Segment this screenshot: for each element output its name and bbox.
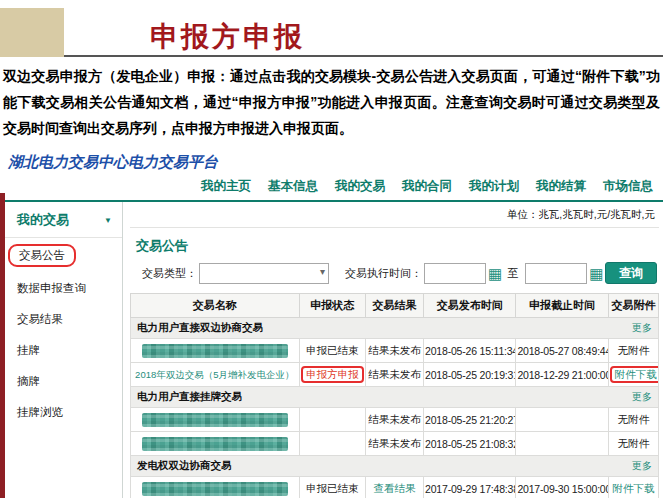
sidebar-item-delisting[interactable]: 摘牌 <box>5 366 122 397</box>
deadline-cell: 2017-09-30 15:00:00 <box>516 477 608 498</box>
exec-time-label: 交易执行时间： <box>345 266 422 281</box>
group-row: 电力用户直接双边协商交易 更多 <box>131 318 659 339</box>
table-row: 2018年双边交易（5月增补发电企业） 申报方申报 结果未发布 2018-05-… <box>131 363 659 387</box>
declare-action-link[interactable]: 申报方申报 <box>306 368 359 380</box>
slide-body-text: 双边交易申报方（发电企业）申报：通过点击我的交易模块-交易公告进入交易页面，可通… <box>3 63 660 141</box>
table-row: 结果未发布 2018-05-25 21:20:27 无附件 <box>131 408 659 432</box>
chevron-down-icon: ▼ <box>104 216 112 225</box>
table-header-row: 交易名称 申报状态 交易结果 交易发布时间 申报截止时间 交易附件 <box>131 294 659 318</box>
result-cell: 结果未发布 <box>365 408 423 432</box>
publish-time-cell: 2018-05-25 21:08:32 <box>424 432 516 456</box>
publish-time-cell: 2018-05-25 20:19:31 <box>424 363 516 387</box>
more-link[interactable]: 更多 <box>632 459 652 473</box>
attachment-cell: 无附件 <box>608 339 658 363</box>
sidebar-item-data-declaration-query[interactable]: 数据申报查询 <box>5 273 122 304</box>
table-row: 申报已结束 结果未发布 2018-05-26 15:11:34 2018-05-… <box>131 339 659 363</box>
nav-item-my-plans[interactable]: 我的计划 <box>469 178 519 195</box>
attachment-download-link[interactable]: 附件下载 <box>615 368 657 380</box>
search-button[interactable]: 查询 <box>605 262 657 284</box>
platform-screenshot: 湖北电力交易中心电力交易平台 我的主页 基本信息 我的交易 我的合同 我的计划 … <box>5 150 663 498</box>
annotation-red-box: 申报方申报 <box>301 366 364 383</box>
censored-trade-name <box>142 413 288 427</box>
table-row: 申报已结束 查看结果 2017-09-29 17:48:38 2017-09-3… <box>131 477 659 498</box>
publish-time-cell: 2018-05-26 15:11:34 <box>424 339 516 363</box>
col-header-deadline: 申报截止时间 <box>516 294 608 318</box>
annotation-red-box: 交易公告 <box>8 244 76 267</box>
calendar-icon[interactable]: ▦ <box>589 264 603 283</box>
table-row: 结果未发布 2018-05-25 21:08:32 无附件 <box>131 432 659 456</box>
trade-type-label: 交易类型： <box>142 266 197 281</box>
to-label: 至 <box>507 266 518 281</box>
col-header-declare-status: 申报状态 <box>299 294 365 318</box>
more-link[interactable]: 更多 <box>632 321 652 335</box>
nav-item-my-settlement[interactable]: 我的结算 <box>536 178 586 195</box>
deco-beige-block <box>0 8 64 57</box>
status-cell <box>299 408 365 432</box>
sidebar-item-trade-announcements[interactable]: 交易公告 <box>5 238 122 273</box>
status-cell: 申报已结束 <box>299 477 365 498</box>
title-divider <box>64 55 663 57</box>
exec-time-end-input[interactable] <box>525 263 587 284</box>
attachment-download-link[interactable]: 附件下载 <box>612 482 654 494</box>
result-cell: 结果未发布 <box>365 339 423 363</box>
slide: 申报方申报 双边交易申报方（发电企业）申报：通过点击我的交易模块-交易公告进入交… <box>0 0 663 498</box>
trade-name-link[interactable]: 2018年双边交易（5月增补发电企业） <box>135 369 294 380</box>
content-area: 我的交易 ▼ 交易公告 数据申报查询 交易结果 挂牌 摘牌 挂牌浏览 单位：兆瓦… <box>5 202 663 498</box>
more-link[interactable]: 更多 <box>632 390 652 404</box>
section-title: 交易公告 <box>130 228 659 262</box>
attachment-cell: 无附件 <box>608 432 658 456</box>
sidebar: 我的交易 ▼ 交易公告 数据申报查询 交易结果 挂牌 摘牌 挂牌浏览 <box>5 202 123 498</box>
slide-title: 申报方申报 <box>150 18 305 56</box>
sidebar-header-my-trades[interactable]: 我的交易 ▼ <box>5 202 122 238</box>
result-cell: 结果未发布 <box>365 363 423 387</box>
status-cell: 申报已结束 <box>299 339 365 363</box>
censored-trade-name <box>142 344 288 358</box>
col-header-attachment: 交易附件 <box>608 294 658 318</box>
group-title: 发电权双边协商交易 <box>137 459 232 471</box>
sidebar-header-label: 我的交易 <box>17 211 69 229</box>
publish-time-cell: 2017-09-29 17:48:38 <box>424 477 516 498</box>
main-panel: 单位：兆瓦,兆瓦时,元/兆瓦时,元 交易公告 交易类型： ▾ 交易执行时间： ▦… <box>123 202 663 498</box>
sidebar-item-listing[interactable]: 挂牌 <box>5 335 122 366</box>
nav-item-my-contracts[interactable]: 我的合同 <box>402 178 452 195</box>
sidebar-item-label: 交易公告 <box>19 249 65 261</box>
status-cell <box>299 432 365 456</box>
col-header-trade-name: 交易名称 <box>131 294 300 318</box>
deadline-cell <box>516 432 608 456</box>
group-row: 发电权双边协商交易 更多 <box>131 456 659 477</box>
censored-trade-name <box>142 482 288 496</box>
group-title: 电力用户直接挂牌交易 <box>137 390 242 402</box>
unit-label: 单位：兆瓦,兆瓦时,元/兆瓦时,元 <box>130 202 659 228</box>
nav-item-market-info[interactable]: 市场信息 <box>603 178 653 195</box>
trade-type-select[interactable]: ▾ <box>199 263 329 284</box>
sidebar-item-listing-browse[interactable]: 挂牌浏览 <box>5 397 122 428</box>
nav-item-my-trades[interactable]: 我的交易 <box>335 178 385 195</box>
col-header-publish-time: 交易发布时间 <box>424 294 516 318</box>
deadline-cell: 2018-05-27 08:49:44 <box>516 339 608 363</box>
deadline-cell: 2018-12-29 21:00:00 <box>516 363 608 387</box>
calendar-icon[interactable]: ▦ <box>488 264 502 283</box>
sidebar-item-trade-results[interactable]: 交易结果 <box>5 304 122 335</box>
deadline-cell <box>516 408 608 432</box>
group-row: 电力用户直接挂牌交易 更多 <box>131 387 659 408</box>
nav-item-home[interactable]: 我的主页 <box>201 178 251 195</box>
group-title: 电力用户直接双边协商交易 <box>137 321 263 333</box>
top-nav: 我的主页 基本信息 我的交易 我的合同 我的计划 我的结算 市场信息 <box>5 178 663 202</box>
publish-time-cell: 2018-05-25 21:20:27 <box>424 408 516 432</box>
censored-trade-name <box>142 437 288 451</box>
view-result-link[interactable]: 查看结果 <box>373 482 415 494</box>
nav-item-basic-info[interactable]: 基本信息 <box>268 178 318 195</box>
exec-time-start-input[interactable] <box>424 263 486 284</box>
announcements-table: 交易名称 申报状态 交易结果 交易发布时间 申报截止时间 交易附件 电力用户直接… <box>130 293 659 498</box>
col-header-trade-result: 交易结果 <box>365 294 423 318</box>
platform-logo[interactable]: 湖北电力交易中心电力交易平台 <box>5 150 218 178</box>
filter-bar: 交易类型： ▾ 交易执行时间： ▦ 至 ▦ 查询 <box>130 262 659 293</box>
annotation-red-box: 附件下载 <box>610 366 659 383</box>
chevron-down-icon: ▾ <box>320 266 325 277</box>
attachment-cell: 无附件 <box>608 408 658 432</box>
result-cell: 结果未发布 <box>365 432 423 456</box>
